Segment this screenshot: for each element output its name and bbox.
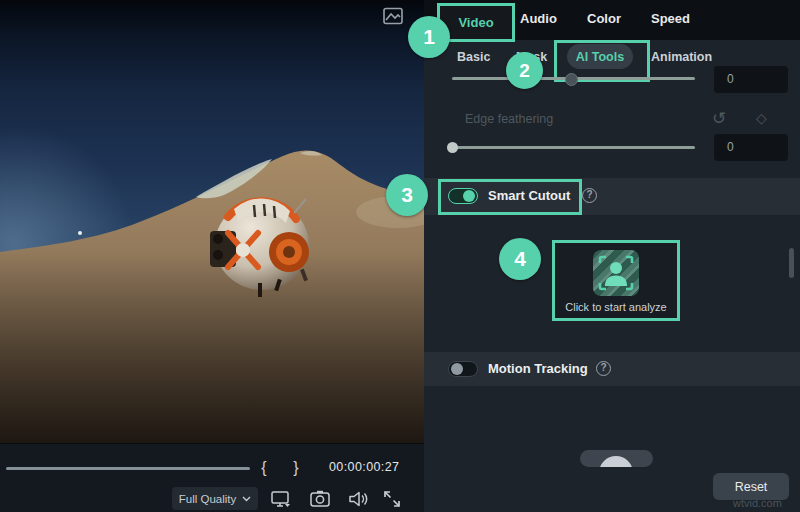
motion-tracking-label: Motion Tracking bbox=[488, 361, 588, 376]
panel-scrollbar[interactable] bbox=[789, 248, 794, 278]
subtab-basic[interactable]: Basic bbox=[457, 50, 490, 64]
step-2-badge: 2 bbox=[506, 52, 543, 89]
chevron-down-icon bbox=[242, 496, 251, 502]
watermark: wtvid.com bbox=[733, 497, 782, 509]
motion-tracking-row: Motion Tracking ? bbox=[424, 352, 800, 386]
volume-icon[interactable] bbox=[347, 488, 369, 510]
fullscreen-icon[interactable] bbox=[381, 488, 403, 510]
quality-label: Full Quality bbox=[179, 493, 237, 505]
step-3-badge: 3 bbox=[386, 174, 428, 216]
video-canvas bbox=[0, 0, 424, 443]
quality-dropdown[interactable]: Full Quality bbox=[172, 487, 258, 510]
analyze-caption: Click to start analyze bbox=[555, 301, 677, 313]
reset-parameter-icon[interactable]: ↺ bbox=[712, 108, 726, 129]
mark-in-button[interactable]: { bbox=[255, 457, 273, 479]
motion-tracking-toggle[interactable] bbox=[448, 361, 478, 377]
top-slider-value[interactable]: 0 bbox=[714, 66, 788, 93]
preview-control-bar: { } 00:00:00:27 Full Quality bbox=[0, 443, 424, 512]
second-display-icon[interactable] bbox=[270, 488, 292, 510]
start-analyze-button[interactable]: Click to start analyze bbox=[552, 240, 680, 321]
video-preview-pane: { } 00:00:00:27 Full Quality bbox=[0, 0, 424, 512]
subtab-animation[interactable]: Animation bbox=[651, 50, 712, 64]
filmora-app-window: { } 00:00:00:27 Full Quality bbox=[0, 0, 800, 512]
tab-video-label: Video bbox=[458, 15, 493, 30]
edge-feathering-label: Edge feathering bbox=[465, 112, 553, 126]
edge-feathering-slider-track[interactable] bbox=[452, 146, 695, 149]
step-4-badge: 4 bbox=[499, 238, 541, 280]
edge-feathering-value[interactable]: 0 bbox=[714, 134, 788, 161]
mark-out-button[interactable]: } bbox=[287, 457, 305, 479]
seekbar[interactable] bbox=[6, 467, 250, 470]
video-frame-art bbox=[0, 0, 424, 443]
panel-tab-bar: Video Audio Color Speed bbox=[424, 0, 800, 40]
motion-tracking-help-icon[interactable]: ? bbox=[596, 361, 611, 376]
reset-button[interactable]: Reset bbox=[713, 473, 789, 500]
timecode: 00:00:00:27 bbox=[329, 460, 399, 474]
step-1-badge: 1 bbox=[408, 16, 450, 58]
smart-cutout-highlight-box bbox=[438, 179, 582, 215]
tab-color[interactable]: Color bbox=[587, 11, 621, 26]
tab-audio[interactable]: Audio bbox=[520, 11, 557, 26]
properties-panel: Video Audio Color Speed Basic Mask AI To… bbox=[424, 0, 800, 512]
analyze-tile bbox=[593, 250, 639, 296]
person-cutout-icon bbox=[593, 250, 639, 296]
top-slider-handle[interactable] bbox=[565, 73, 578, 86]
keyframe-diamond-icon[interactable]: ◇ bbox=[756, 110, 767, 126]
smart-cutout-help-icon[interactable]: ? bbox=[582, 188, 597, 203]
partially-scrolled-control bbox=[580, 450, 653, 467]
edge-feathering-slider-handle[interactable] bbox=[447, 142, 458, 153]
partial-person-icon bbox=[599, 456, 633, 467]
snapshot-image-icon[interactable] bbox=[383, 7, 403, 25]
snapshot-camera-icon[interactable] bbox=[309, 488, 331, 510]
tab-speed[interactable]: Speed bbox=[651, 11, 690, 26]
